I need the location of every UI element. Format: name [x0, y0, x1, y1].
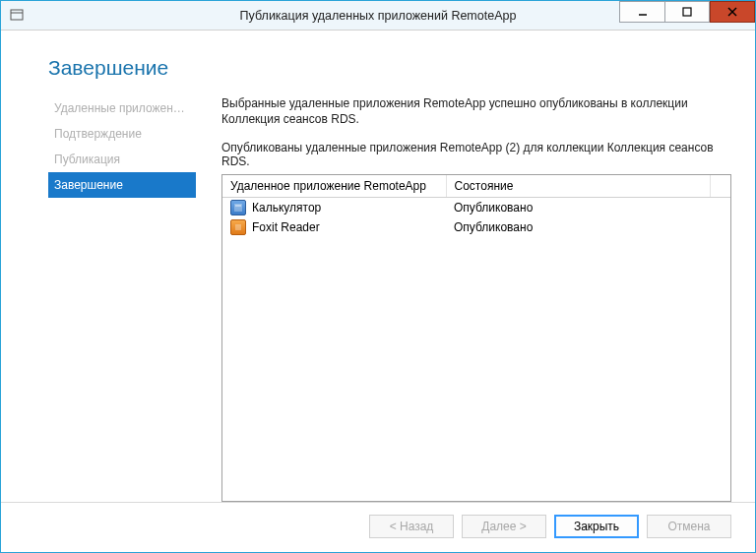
column-header-app[interactable]: Удаленное приложение RemoteApp	[222, 175, 446, 198]
main-panel: Выбранные удаленные приложения RemoteApp…	[196, 90, 731, 502]
table-row[interactable]: Калькулятор Опубликовано	[222, 198, 730, 218]
close-wizard-button[interactable]: Закрыть	[554, 515, 639, 538]
minimize-button[interactable]	[619, 1, 664, 23]
calculator-icon	[230, 200, 246, 215]
table-row[interactable]: Foxit Reader Опубликовано	[222, 217, 730, 237]
svg-rect-6	[234, 204, 242, 212]
page-title: Завершение	[48, 56, 731, 80]
subdescription-text: Опубликованы удаленные приложения Remote…	[221, 141, 731, 168]
maximize-button[interactable]	[664, 1, 710, 23]
app-status: Опубликовано	[446, 198, 710, 218]
step-completion[interactable]: Завершение	[48, 172, 196, 198]
step-confirmation[interactable]: Подтверждение	[48, 121, 196, 147]
app-name: Калькулятор	[252, 201, 321, 215]
wizard-steps: Удаленные приложения… Подтверждение Публ…	[48, 90, 196, 502]
app-icon	[9, 8, 25, 24]
results-table: Удаленное приложение RemoteApp Состояние	[222, 175, 730, 237]
svg-rect-3	[683, 8, 691, 16]
app-name: Foxit Reader	[252, 220, 320, 234]
foxit-icon	[230, 219, 246, 235]
titlebar: Публикация удаленных приложений RemoteAp…	[1, 1, 755, 31]
footer: < Назад Далее > Закрыть Отмена	[1, 502, 755, 552]
column-header-spacer	[710, 175, 730, 198]
results-table-wrap: Удаленное приложение RemoteApp Состояние	[221, 174, 731, 502]
app-status: Опубликовано	[446, 217, 710, 237]
back-button[interactable]: < Назад	[369, 515, 454, 538]
cancel-button[interactable]: Отмена	[647, 515, 731, 538]
svg-rect-0	[11, 10, 23, 20]
content: Завершение Удаленные приложения… Подтвер…	[1, 31, 755, 552]
next-button[interactable]: Далее >	[462, 515, 546, 538]
window-controls	[619, 1, 755, 30]
description-text: Выбранные удаленные приложения RemoteApp…	[221, 95, 731, 127]
step-remote-apps[interactable]: Удаленные приложения…	[48, 95, 196, 121]
step-publishing[interactable]: Публикация	[48, 147, 196, 172]
column-header-status[interactable]: Состояние	[446, 175, 710, 198]
close-button[interactable]	[710, 1, 755, 23]
body: Удаленные приложения… Подтверждение Публ…	[1, 90, 755, 502]
page-header: Завершение	[1, 31, 755, 90]
